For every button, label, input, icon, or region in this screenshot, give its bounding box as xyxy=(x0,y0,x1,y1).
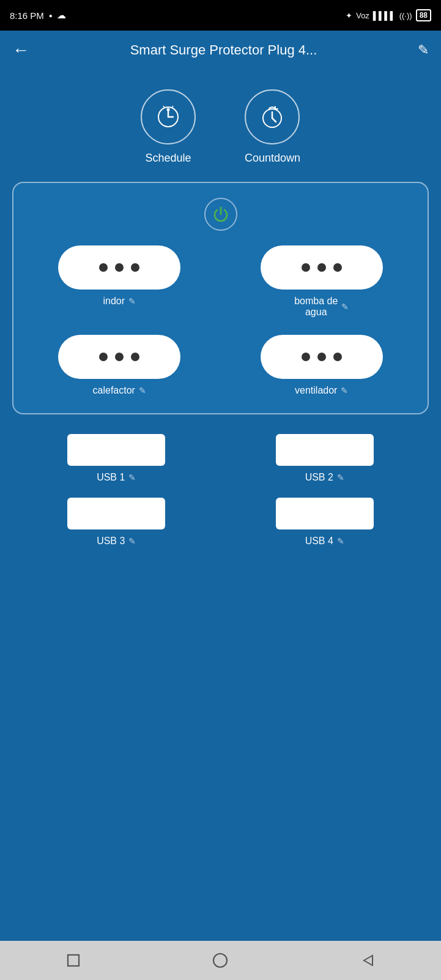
bluetooth-icon: ✦ xyxy=(346,11,352,20)
outlet-item-4: ventilador ✎ xyxy=(228,335,416,396)
schedule-icon xyxy=(155,103,182,130)
dot xyxy=(302,353,310,361)
dot xyxy=(131,263,139,272)
svg-rect-9 xyxy=(68,955,79,966)
dot xyxy=(333,353,342,361)
dot xyxy=(317,263,326,272)
bottom-nav-bar xyxy=(0,941,441,980)
dot xyxy=(115,353,124,361)
power-button-wrap xyxy=(204,198,237,231)
page-title: Smart Surge Protector Plug 4... xyxy=(37,42,410,58)
svg-point-3 xyxy=(166,108,169,111)
svg-point-10 xyxy=(213,954,227,967)
usb-label-4: USB 4 xyxy=(305,536,333,547)
usb-edit-icon-3[interactable]: ✎ xyxy=(128,536,136,546)
outlet-item-1: indor ✎ xyxy=(26,245,213,318)
schedule-circle xyxy=(141,89,196,144)
outlet-label-4: ventilador xyxy=(295,385,337,396)
usb-slot-1[interactable] xyxy=(67,434,165,466)
countdown-label: Countdown xyxy=(245,152,300,165)
schedule-label: Schedule xyxy=(145,152,191,165)
power-button[interactable] xyxy=(204,198,237,231)
usb-label-3: USB 3 xyxy=(97,536,125,547)
usb-slot-3[interactable] xyxy=(67,498,165,529)
outlet-edit-icon-4[interactable]: ✎ xyxy=(341,386,348,395)
schedule-action[interactable]: Schedule xyxy=(141,89,196,165)
usb-edit-icon-2[interactable]: ✎ xyxy=(337,473,344,482)
voz-label: Voz xyxy=(356,11,369,20)
outlet-label-2: bomba de agua xyxy=(294,296,338,318)
dot xyxy=(131,353,139,361)
dot xyxy=(115,263,124,272)
device-card: indor ✎ bomba de agua ✎ xyxy=(12,182,429,414)
screen-icon: ▪ xyxy=(49,10,52,21)
usb-label-2: USB 2 xyxy=(305,472,333,483)
countdown-action[interactable]: Countdown xyxy=(245,89,300,165)
triangle-back-icon xyxy=(359,952,376,969)
dot xyxy=(317,353,326,361)
signal-icon: ▌▌▌▌ xyxy=(373,11,396,20)
usb-label-row-3: USB 3 ✎ xyxy=(97,536,136,547)
usb-item-3: USB 3 ✎ xyxy=(24,498,209,547)
outlet-label-row-3: calefactor ✎ xyxy=(93,385,146,396)
outlet-plug-1[interactable] xyxy=(58,245,180,290)
nav-home-button[interactable] xyxy=(202,948,239,973)
quick-actions: Schedule Countdown xyxy=(12,89,429,165)
status-bar: 8:16 PM ▪ ☁ ✦ Voz ▌▌▌▌ ((·)) 88 xyxy=(0,0,441,31)
svg-line-5 xyxy=(172,106,173,108)
outlet-edit-icon-2[interactable]: ✎ xyxy=(341,302,349,312)
outlet-label-row-2: bomba de agua ✎ xyxy=(294,296,349,318)
circle-icon xyxy=(212,952,229,969)
usb-label-row-4: USB 4 ✎ xyxy=(305,536,344,547)
status-left: 8:16 PM ▪ ☁ xyxy=(10,10,66,21)
nav-back-button[interactable] xyxy=(349,948,386,973)
svg-line-4 xyxy=(163,106,165,108)
outlet-edit-icon-1[interactable]: ✎ xyxy=(128,296,136,306)
usb-label-row-1: USB 1 ✎ xyxy=(97,472,136,483)
dot xyxy=(333,263,342,272)
battery-indicator: 88 xyxy=(416,9,431,21)
usb-edit-icon-4[interactable]: ✎ xyxy=(337,536,344,546)
usb-section: USB 1 ✎ USB 2 ✎ USB 3 ✎ USB 4 ✎ xyxy=(12,434,429,547)
nav-square-button[interactable] xyxy=(55,948,92,973)
outlet-label-row-4: ventilador ✎ xyxy=(295,385,348,396)
outlet-item-3: calefactor ✎ xyxy=(26,335,213,396)
status-right: ✦ Voz ▌▌▌▌ ((·)) 88 xyxy=(346,9,431,21)
outlet-label-row-1: indor ✎ xyxy=(103,296,136,307)
outlet-item-2: bomba de agua ✎ xyxy=(228,245,416,318)
countdown-icon xyxy=(259,103,286,130)
main-content: Schedule Countdown xyxy=(0,70,441,941)
svg-marker-11 xyxy=(364,956,372,965)
outlet-label-1: indor xyxy=(103,296,125,307)
cloud-icon: ☁ xyxy=(57,10,66,21)
dot xyxy=(99,263,108,272)
svg-line-8 xyxy=(272,118,276,122)
nav-bar: ← Smart Surge Protector Plug 4... ✎ xyxy=(0,31,441,70)
outlet-plug-2[interactable] xyxy=(261,245,383,290)
power-icon xyxy=(212,205,230,223)
outlets-grid: indor ✎ bomba de agua ✎ xyxy=(26,245,415,396)
outlet-label-3: calefactor xyxy=(93,385,135,396)
usb-slot-2[interactable] xyxy=(276,434,374,466)
wifi-icon: ((·)) xyxy=(399,11,412,20)
outlet-plug-3[interactable] xyxy=(58,335,180,379)
countdown-circle xyxy=(245,89,300,144)
square-icon xyxy=(65,952,82,969)
usb-item-4: USB 4 ✎ xyxy=(233,498,417,547)
edit-button[interactable]: ✎ xyxy=(418,42,429,58)
usb-item-2: USB 2 ✎ xyxy=(233,434,417,483)
outlet-edit-icon-3[interactable]: ✎ xyxy=(139,386,146,395)
time-label: 8:16 PM xyxy=(10,10,44,21)
usb-edit-icon-1[interactable]: ✎ xyxy=(128,473,136,482)
usb-label-row-2: USB 2 ✎ xyxy=(305,472,344,483)
usb-label-1: USB 1 xyxy=(97,472,125,483)
dot xyxy=(99,353,108,361)
outlet-plug-4[interactable] xyxy=(261,335,383,379)
usb-item-1: USB 1 ✎ xyxy=(24,434,209,483)
dot xyxy=(302,263,310,272)
usb-slot-4[interactable] xyxy=(276,498,374,529)
back-button[interactable]: ← xyxy=(12,40,29,60)
